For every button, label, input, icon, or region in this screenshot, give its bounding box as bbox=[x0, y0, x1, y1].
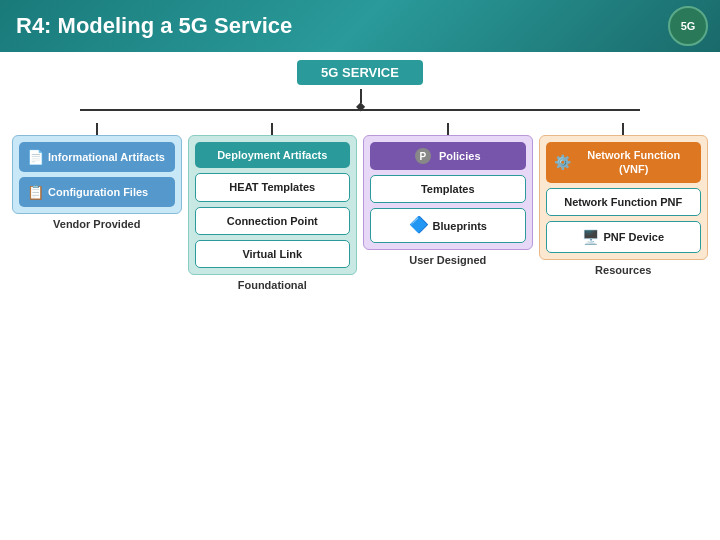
p-badge: P bbox=[415, 148, 431, 164]
col4-panel: ⚙️ Network Function (VNF) Network Functi… bbox=[539, 135, 709, 260]
gear-icon: ⚙️ bbox=[554, 153, 571, 171]
connector-top bbox=[12, 89, 708, 109]
h-line bbox=[80, 109, 641, 111]
connection-point-card: Connection Point bbox=[195, 207, 351, 235]
server-icon: 🖥️ bbox=[582, 228, 599, 246]
col-user-designed: P Policies Templates 🔷 Blueprints User D… bbox=[363, 123, 533, 266]
policies-card: P Policies bbox=[370, 142, 526, 170]
service-box: 5G SERVICE bbox=[297, 60, 423, 85]
columns: 📄 Informational Artifacts 📋 Configuratio… bbox=[12, 123, 708, 536]
col1-panel: 📄 Informational Artifacts 📋 Configuratio… bbox=[12, 135, 182, 214]
col2-vline bbox=[271, 123, 273, 135]
main-content: 5G SERVICE 📄 Informational Artifacts 📋 bbox=[0, 52, 720, 540]
col4-footer: Resources bbox=[595, 264, 651, 276]
doc-icon: 📄 bbox=[27, 148, 44, 166]
header: R4: Modeling a 5G Service 5G bbox=[0, 0, 720, 52]
heat-templates-card: HEAT Templates bbox=[195, 173, 351, 201]
col1-vline bbox=[96, 123, 98, 135]
configuration-files-card: 📋 Configuration Files bbox=[19, 177, 175, 207]
col2-panel: Deployment Artifacts HEAT Templates Conn… bbox=[188, 135, 358, 275]
col4-vline bbox=[622, 123, 624, 135]
pnf-device-card: 🖥️ PNF Device bbox=[546, 221, 702, 253]
network-function-pnf-card: Network Function PNF bbox=[546, 188, 702, 216]
col-resources: ⚙️ Network Function (VNF) Network Functi… bbox=[539, 123, 709, 276]
templates-card: Templates bbox=[370, 175, 526, 203]
network-function-vnf-card: ⚙️ Network Function (VNF) bbox=[546, 142, 702, 183]
page-title: R4: Modeling a 5G Service bbox=[16, 13, 292, 39]
col2-footer: Foundational bbox=[238, 279, 307, 291]
h-line-wrap bbox=[12, 109, 708, 121]
blueprints-card: 🔷 Blueprints bbox=[370, 208, 526, 243]
virtual-link-card: Virtual Link bbox=[195, 240, 351, 268]
col-foundational: Deployment Artifacts HEAT Templates Conn… bbox=[188, 123, 358, 291]
col1-footer: Vendor Provided bbox=[53, 218, 140, 230]
col3-vline bbox=[447, 123, 449, 135]
logo-5g: 5G bbox=[668, 6, 708, 46]
blueprint-icon: 🔷 bbox=[409, 215, 429, 236]
config-icon: 📋 bbox=[27, 183, 44, 201]
col-vendor-provided: 📄 Informational Artifacts 📋 Configuratio… bbox=[12, 123, 182, 230]
service-box-wrap: 5G SERVICE bbox=[12, 60, 708, 85]
col3-panel: P Policies Templates 🔷 Blueprints bbox=[363, 135, 533, 250]
deployment-artifacts-card: Deployment Artifacts bbox=[195, 142, 351, 168]
col3-footer: User Designed bbox=[409, 254, 486, 266]
informational-artifacts-card: 📄 Informational Artifacts bbox=[19, 142, 175, 172]
